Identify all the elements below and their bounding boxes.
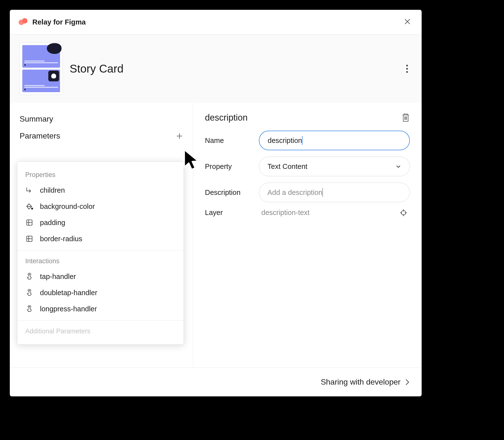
popover-item-doubletap-handler[interactable]: doubletap-handler <box>17 285 184 301</box>
chevron-right-icon <box>405 378 410 386</box>
popover-item-label: longpress-handler <box>40 305 97 313</box>
component-name: Story Card <box>70 62 395 75</box>
svg-point-0 <box>31 208 33 209</box>
summary-section[interactable]: Summary <box>10 110 193 127</box>
add-parameter-icon[interactable] <box>176 132 183 140</box>
popover-divider <box>17 250 184 250</box>
main-content: Summary Parameters Properties children <box>10 103 422 367</box>
chevron-down-icon <box>395 164 401 169</box>
property-row: Property Text Content <box>205 157 410 176</box>
popover-item-tap-handler[interactable]: tap-handler <box>17 268 184 285</box>
bucket-icon <box>25 202 34 211</box>
layer-row: Layer description-text <box>205 209 410 217</box>
property-value: Text Content <box>267 163 307 171</box>
parameters-popover: Properties children background-color <box>17 162 184 345</box>
detail-header: description <box>205 112 410 123</box>
layer-value: description-text <box>261 209 310 217</box>
parameters-label: Parameters <box>20 131 60 140</box>
more-menu-icon[interactable] <box>402 61 412 77</box>
box-icon <box>25 234 34 243</box>
description-row: Description Add a description <box>205 183 410 202</box>
tap-icon <box>25 289 34 297</box>
popover-item-background-color[interactable]: background-color <box>17 198 184 215</box>
description-input[interactable]: Add a description <box>259 183 410 202</box>
popover-item-label: children <box>40 186 65 194</box>
popover-item-label: padding <box>40 219 65 227</box>
property-label: Property <box>205 163 254 171</box>
titlebar: Relay for Figma <box>10 10 422 35</box>
properties-group-label: Properties <box>17 168 184 182</box>
target-icon[interactable] <box>400 209 408 217</box>
detail-panel: description Name description Property Te… <box>193 103 422 367</box>
parameters-section: Parameters <box>10 127 193 144</box>
additional-group-label: Additional Parameters <box>17 324 184 339</box>
name-input[interactable]: description <box>259 131 410 150</box>
popover-item-border-radius[interactable]: border-radius <box>17 231 184 247</box>
tap-icon <box>25 305 34 313</box>
popover-item-label: background-color <box>40 203 95 211</box>
children-icon <box>25 186 34 194</box>
component-header: Story Card <box>10 35 422 103</box>
popover-item-label: tap-handler <box>40 273 76 281</box>
interactions-group-label: Interactions <box>17 254 184 268</box>
popover-item-longpress-handler[interactable]: longpress-handler <box>17 301 184 317</box>
name-row: Name description <box>205 131 410 150</box>
summary-label: Summary <box>20 114 53 124</box>
footer-share-button[interactable]: Sharing with developer <box>10 367 422 396</box>
description-placeholder: Add a description <box>267 189 322 197</box>
app-title: Relay for Figma <box>32 18 86 26</box>
box-icon <box>25 219 34 227</box>
app-logo-icon <box>19 17 28 27</box>
component-thumbnail <box>20 42 63 95</box>
layer-value-container: description-text <box>259 209 410 217</box>
close-icon[interactable] <box>402 16 413 28</box>
detail-title: description <box>205 112 248 123</box>
popover-item-children[interactable]: children <box>17 182 184 198</box>
name-input-value: description <box>268 137 302 145</box>
footer-label: Sharing with developer <box>321 377 401 386</box>
popover-item-label: doubletap-handler <box>40 289 97 297</box>
popover-divider <box>17 320 184 321</box>
property-select[interactable]: Text Content <box>259 157 410 176</box>
layer-label: Layer <box>205 209 254 217</box>
popover-item-label: border-radius <box>40 235 82 243</box>
left-panel: Summary Parameters Properties children <box>10 103 193 367</box>
tap-icon <box>25 272 34 281</box>
plugin-window: Relay for Figma <box>10 10 422 396</box>
name-label: Name <box>205 137 254 145</box>
trash-icon[interactable] <box>402 113 410 122</box>
popover-item-padding[interactable]: padding <box>17 215 184 231</box>
titlebar-left: Relay for Figma <box>19 17 86 27</box>
description-label: Description <box>205 189 254 197</box>
